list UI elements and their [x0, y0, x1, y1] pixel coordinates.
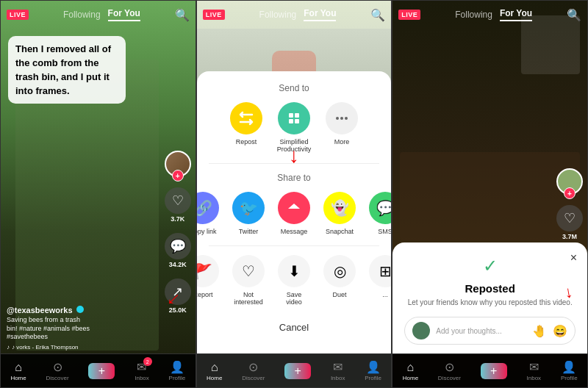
nav-inbox[interactable]: ✉ 2 Inbox — [135, 360, 149, 381]
comment-count: 34.2K — [169, 261, 187, 268]
nav3-add[interactable]: + — [481, 363, 507, 379]
live-badge-3: LIVE — [398, 10, 420, 20]
discover-label-3: Discover — [438, 375, 461, 381]
discover-label-2: Discover — [242, 375, 265, 381]
like-btn[interactable]: ♡ 3.7K — [165, 187, 191, 223]
simplified-icon-circle — [278, 102, 310, 134]
save-label: Save video — [278, 291, 310, 306]
follow-btn[interactable]: + — [172, 170, 184, 182]
tab-following-2[interactable]: Following — [259, 10, 297, 20]
sms-icon: 💬 — [369, 192, 392, 224]
add-btn-3[interactable]: + — [481, 363, 507, 379]
nav3-inbox[interactable]: ✉ Inbox — [527, 360, 542, 381]
send-to-title: Send to — [197, 83, 392, 93]
home-label-3: Home — [403, 375, 418, 381]
speech-bubble: Then I removed all of the comb from the … — [8, 36, 126, 104]
share-message[interactable]: Message — [278, 192, 310, 235]
profile-label-3: Profile — [561, 375, 578, 381]
nav-tabs-1: Following For You — [63, 8, 140, 21]
nav2-profile[interactable]: 👤 Profile — [365, 360, 381, 381]
red-arrow-2: ↓ — [289, 144, 299, 168]
nav-home[interactable]: ⌂ Home — [10, 361, 26, 381]
share-snapchat[interactable]: 👻 Snapchat — [323, 192, 356, 235]
share-sheet: Send to Repost — [197, 71, 392, 353]
twitter-icon: 🐦 — [232, 192, 265, 224]
message-label: Message — [281, 228, 308, 235]
search-icon-1[interactable]: 🔍 — [175, 8, 190, 22]
profile-label-2: Profile — [365, 375, 381, 381]
nav-tabs-2: Following For You — [259, 8, 337, 21]
home-label-2: Home — [207, 375, 222, 381]
bottom-nav-2: ⌂ Home ⊙ Discover + ✉ Inbox 👤 Profile — [197, 353, 392, 387]
profile-icon-3: 👤 — [562, 360, 576, 374]
snapchat-label: Snapchat — [326, 228, 354, 235]
cancel-btn[interactable]: Cancel — [197, 316, 392, 339]
send-more[interactable]: More — [326, 102, 358, 153]
snapchat-icon: 👻 — [323, 192, 356, 224]
not-interested-icon: ♡ — [232, 255, 265, 287]
tab-foryou-2[interactable]: For You — [304, 8, 336, 21]
caption-1: Saving bees from a trashbin! #nature #an… — [7, 316, 159, 342]
simplified-svg — [286, 110, 302, 126]
like-btn-3[interactable]: ♡ 3.7M — [556, 205, 583, 240]
action-row: 🚩 Report ♡ Not interested ⬇ Save video ◎… — [197, 255, 392, 306]
action-not-interested[interactable]: ♡ Not interested — [232, 255, 265, 306]
creator-avatar-3[interactable]: + — [556, 168, 583, 195]
add-btn[interactable]: + — [88, 363, 115, 379]
like-count: 3.7K — [171, 215, 184, 223]
discover-icon: ⊙ — [53, 360, 62, 374]
home-icon-2: ⌂ — [211, 361, 218, 374]
nav2-add[interactable]: + — [284, 363, 311, 379]
wave-emoji: 🤚 — [532, 324, 547, 338]
discover-icon-3: ⊙ — [445, 360, 454, 374]
nav2-home[interactable]: ⌂ Home — [207, 361, 222, 381]
share-divider-2 — [209, 245, 380, 246]
tab-following-3[interactable]: Following — [455, 10, 492, 20]
tab-following-1[interactable]: Following — [63, 10, 101, 20]
report-label: Report — [196, 291, 213, 298]
heart-icon: ♡ — [165, 187, 191, 214]
follow-btn-3[interactable]: + — [564, 187, 576, 199]
nav3-home[interactable]: ⌂ Home — [403, 361, 418, 381]
music-note-icon: ♪ — [7, 344, 10, 351]
save-icon: ⬇ — [278, 255, 310, 287]
share-twitter[interactable]: 🐦 Twitter — [232, 192, 265, 235]
more-icon-circle — [326, 102, 358, 134]
nav2-inbox[interactable]: ✉ Inbox — [331, 360, 345, 381]
nav-profile[interactable]: 👤 Profile — [169, 360, 186, 381]
creator-avatar[interactable]: + — [165, 151, 191, 177]
action-duet[interactable]: ◎ Duet — [323, 255, 356, 306]
repost-icon-circle — [230, 102, 262, 134]
search-icon-2[interactable]: 🔍 — [370, 8, 385, 22]
share-sms[interactable]: 💬 SMS — [369, 192, 392, 235]
nav2-discover[interactable]: ⊙ Discover — [242, 360, 265, 381]
thoughts-bar[interactable]: Add your thoughts... 🤚 😄 — [404, 317, 576, 345]
home-icon-3: ⌂ — [407, 361, 415, 374]
action-save[interactable]: ⬇ Save video — [278, 255, 310, 306]
tab-foryou-3[interactable]: For You — [500, 8, 532, 21]
top-bar-3: LIVE Following For You 🔍 — [392, 1, 587, 29]
repost-check: ✓ — [404, 254, 576, 278]
nav-add[interactable]: + — [88, 363, 115, 379]
nav3-profile[interactable]: 👤 Profile — [561, 360, 578, 381]
comment-btn[interactable]: 💬 34.2K — [165, 233, 191, 268]
nav3-discover[interactable]: ⊙ Discover — [438, 360, 461, 381]
comment-icon: 💬 — [165, 233, 191, 259]
action-report[interactable]: 🚩 Report — [196, 255, 219, 306]
bottom-info-1: @texasbeeworks Saving bees from a trashb… — [7, 306, 159, 351]
repost-close-btn[interactable]: × — [570, 251, 577, 265]
live-badge-1: LIVE — [7, 10, 29, 20]
search-icon-3[interactable]: 🔍 — [567, 8, 581, 22]
share-copylink[interactable]: 🔗 Copy link — [196, 192, 219, 235]
inbox-badge: 2 — [143, 357, 152, 366]
add-btn-2[interactable]: + — [284, 363, 311, 379]
svg-point-6 — [345, 117, 348, 120]
tab-foryou-1[interactable]: For You — [108, 8, 140, 21]
twitter-label: Twitter — [239, 228, 259, 235]
thoughts-input[interactable]: Add your thoughts... — [436, 327, 526, 335]
send-repost[interactable]: Repost — [230, 102, 262, 153]
action-more2[interactable]: ⊞ ... — [369, 255, 392, 306]
nav-discover[interactable]: ⊙ Discover — [46, 360, 69, 381]
svg-rect-1 — [295, 113, 299, 118]
bee-area-bottom — [400, 152, 580, 240]
